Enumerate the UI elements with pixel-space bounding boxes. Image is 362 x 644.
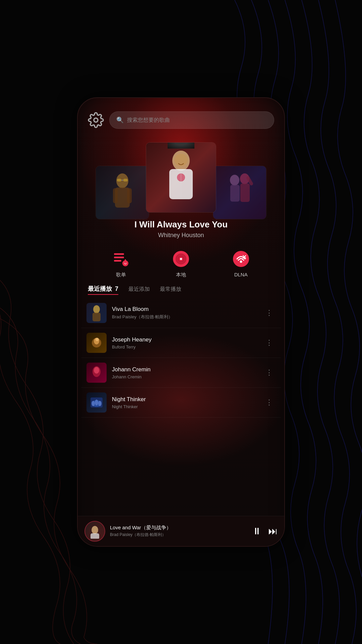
next-button[interactable]: ⏭ xyxy=(268,527,278,536)
pause-button[interactable]: ⏸ xyxy=(252,527,261,536)
svg-rect-48 xyxy=(90,533,99,539)
song-info-text: Johann Cremin Johann Cremin xyxy=(112,366,257,379)
svg-rect-17 xyxy=(240,183,250,202)
search-placeholder: 搜索您想要的歌曲 xyxy=(127,117,170,124)
more-options-icon[interactable]: ⋮ xyxy=(263,306,276,320)
song-info-text: Viva La Bloom Brad Paisley（布拉德·帕斯利） xyxy=(112,306,257,320)
song-artist: Buford Terry xyxy=(112,344,257,350)
album-card-center[interactable] xyxy=(146,142,216,213)
featured-song-artist: Whitney Houston xyxy=(88,232,274,239)
svg-point-44 xyxy=(92,401,95,406)
svg-rect-21 xyxy=(114,260,121,262)
song-artist: Night Thinker xyxy=(112,404,257,409)
nav-playlist[interactable]: 歌单 xyxy=(111,249,131,278)
album-card-right[interactable] xyxy=(213,166,266,219)
svg-rect-7 xyxy=(123,179,128,181)
header: 🔍 搜索您想要的歌曲 xyxy=(78,98,284,136)
svg-point-14 xyxy=(230,175,239,185)
song-row[interactable]: Night Thinker Night Thinker ⋮ xyxy=(81,388,281,418)
svg-point-32 xyxy=(240,261,242,263)
svg-point-35 xyxy=(93,305,100,313)
now-playing-title: Love and War（爱与战争） xyxy=(110,525,247,531)
svg-rect-4 xyxy=(113,188,118,203)
svg-point-11 xyxy=(174,154,188,166)
more-options-icon[interactable]: ⋮ xyxy=(263,336,276,350)
song-title: Johann Cremin xyxy=(112,366,257,373)
svg-rect-6 xyxy=(117,179,121,181)
nav-local[interactable]: 本地 xyxy=(171,249,191,278)
song-artist: Johann Cremin xyxy=(112,374,257,379)
song-artist: Brad Paisley（布拉德·帕斯利） xyxy=(112,314,257,320)
svg-rect-36 xyxy=(93,313,101,321)
svg-rect-15 xyxy=(230,185,240,202)
song-row[interactable]: Joseph Heaney Buford Terry ⋮ xyxy=(81,328,281,358)
now-playing-info: Love and War（爱与战争） Brad Paisley（布拉德·帕斯利） xyxy=(110,525,247,538)
tab-added[interactable]: 最近添加 xyxy=(128,286,150,294)
song-info-text: Joseph Heaney Buford Terry xyxy=(112,336,257,350)
song-thumbnail xyxy=(86,303,107,323)
nav-dlna-label: DLNA xyxy=(234,272,248,277)
more-options-icon[interactable]: ⋮ xyxy=(263,395,276,410)
song-row[interactable]: Johann Cremin Johann Cremin ⋮ xyxy=(81,358,281,388)
svg-point-41 xyxy=(94,367,99,374)
song-thumbnail xyxy=(86,392,107,413)
svg-point-47 xyxy=(92,526,98,534)
song-title: Joseph Heaney xyxy=(112,336,257,343)
svg-rect-20 xyxy=(114,257,124,258)
svg-point-46 xyxy=(98,401,102,406)
phone-shell: 🔍 搜索您想要的歌曲 xyxy=(77,97,285,547)
now-playing-bar: Love and War（爱与战争） Brad Paisley（布拉德·帕斯利）… xyxy=(78,516,284,546)
song-info-text: Night Thinker Night Thinker xyxy=(112,396,257,409)
search-icon: 🔍 xyxy=(116,116,124,124)
svg-rect-5 xyxy=(127,188,132,203)
featured-song-title: I Will Always Love You xyxy=(88,219,274,230)
album-carousel xyxy=(78,136,284,213)
song-title: Night Thinker xyxy=(112,396,257,403)
nav-icons: 歌单 本地 xyxy=(78,242,284,281)
playback-controls: ⏸ ⏭ xyxy=(252,527,278,536)
tabs: 最近播放 7 最近添加 最常播放 xyxy=(78,281,284,298)
nav-local-label: 本地 xyxy=(176,272,186,278)
album-card-left[interactable] xyxy=(96,166,149,219)
search-bar[interactable]: 🔍 搜索您想要的歌曲 xyxy=(109,111,274,129)
more-options-icon[interactable]: ⋮ xyxy=(263,366,276,380)
song-thumbnail xyxy=(86,363,107,383)
song-thumbnail xyxy=(86,333,107,353)
tab-frequent[interactable]: 最常播放 xyxy=(160,286,181,294)
svg-point-45 xyxy=(95,399,98,406)
now-playing-artist: Brad Paisley（布拉德·帕斯利） xyxy=(110,532,247,538)
song-row[interactable]: Viva La Bloom Brad Paisley（布拉德·帕斯利） ⋮ xyxy=(81,298,281,328)
svg-point-39 xyxy=(96,338,99,341)
svg-rect-19 xyxy=(114,253,124,255)
settings-icon[interactable] xyxy=(88,112,104,128)
svg-point-28 xyxy=(180,258,182,260)
tab-recent[interactable]: 最近播放 7 xyxy=(88,285,118,295)
now-playing-thumbnail xyxy=(84,521,105,542)
nav-playlist-label: 歌单 xyxy=(116,272,126,278)
song-title: Viva La Bloom xyxy=(112,306,257,313)
svg-point-1 xyxy=(94,118,98,122)
vinyl-record xyxy=(168,142,194,149)
svg-rect-24 xyxy=(125,259,126,264)
song-list: Viva La Bloom Brad Paisley（布拉德·帕斯利） ⋮ xyxy=(78,298,284,516)
nav-dlna[interactable]: DLNA xyxy=(231,249,251,278)
